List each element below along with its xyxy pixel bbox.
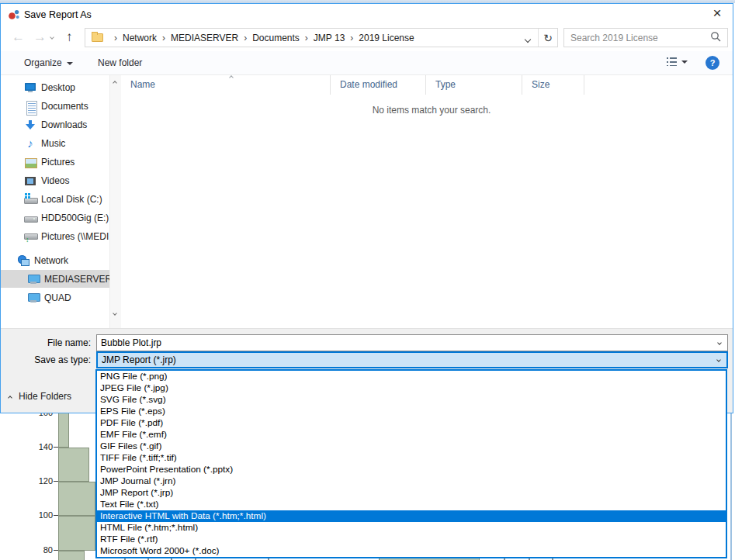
- sidebar-item-downloads[interactable]: Downloads: [1, 116, 109, 133]
- chart-tick-label: 100: [31, 510, 53, 520]
- column-header-date-modified[interactable]: Date modified: [331, 75, 426, 95]
- breadcrumb-separator: ›: [350, 33, 353, 43]
- file-list: Name Date modified Type Size No items ma…: [121, 75, 734, 328]
- sidebar-item-desktop[interactable]: Desktop: [1, 78, 109, 96]
- sidebar-item-label: HDD500Gig (E:): [41, 213, 109, 223]
- dropdown-option-gif[interactable]: GIF Files (*.gif): [97, 441, 726, 452]
- view-options-button[interactable]: [667, 57, 688, 66]
- dropdown-option-rtf[interactable]: RTF File (*.rtf): [97, 534, 726, 545]
- hard-drive-icon: [24, 212, 36, 224]
- background-chart-region: 160 140 120 100 80: [0, 413, 95, 560]
- sidebar-item-music[interactable]: ♪ Music: [1, 134, 109, 152]
- sidebar-item-hdd500gig-e[interactable]: HDD500Gig (E:): [1, 209, 109, 226]
- sidebar-item-pictures-network[interactable]: Pictures (\\MEDI: [1, 227, 109, 245]
- close-button[interactable]: ×: [705, 4, 730, 24]
- dropdown-option-html[interactable]: HTML File (*.htm;*.html): [97, 522, 726, 534]
- dropdown-option-tiff[interactable]: TIFF File (*.tiff;*.tif): [97, 452, 726, 464]
- view-chevron-icon: [681, 60, 688, 64]
- jmp-logo-icon: [8, 9, 20, 24]
- sidebar-item-label: Music: [41, 138, 65, 149]
- dropdown-option-jmp-report[interactable]: JMP Report (*.jrp): [97, 487, 726, 499]
- sidebar-item-videos[interactable]: Videos: [1, 171, 109, 189]
- dropdown-option-powerpoint[interactable]: PowerPoint Presentation (*.pptx): [97, 464, 726, 475]
- command-bar: Organize New folder ?: [1, 51, 733, 75]
- breadcrumb-mediaserver[interactable]: MEDIASERVER: [171, 33, 238, 43]
- dropdown-option-pdf[interactable]: PDF File (*.pdf): [97, 417, 726, 429]
- sidebar-item-mediaserver[interactable]: MEDIASERVER: [1, 270, 109, 288]
- background-window-right-sliver: [727, 413, 735, 560]
- up-button[interactable]: ↑: [66, 28, 73, 47]
- forward-button[interactable]: →: [33, 28, 47, 47]
- sidebar-item-label: Pictures (\\MEDI: [41, 231, 109, 242]
- file-name-label: File name:: [1, 334, 91, 351]
- dropdown-option-text[interactable]: Text File (*.txt): [97, 499, 726, 510]
- dropdown-option-emf[interactable]: EMF File (*.emf): [97, 429, 726, 441]
- dropdown-option-word[interactable]: Microsoft Word 2000+ (*.doc): [97, 545, 726, 557]
- file-name-combobox[interactable]: [96, 334, 728, 351]
- chevron-down-icon[interactable]: [717, 340, 722, 345]
- sidebar-item-quad[interactable]: QUAD: [1, 289, 109, 306]
- back-button[interactable]: ←: [12, 28, 25, 47]
- breadcrumb-2019-license[interactable]: 2019 License: [359, 33, 414, 43]
- breadcrumb-jmp13[interactable]: JMP 13: [314, 33, 345, 43]
- computer-icon: [27, 292, 40, 304]
- dropdown-option-jpeg[interactable]: JPEG File (*.jpg): [97, 382, 726, 394]
- scroll-down-icon[interactable]: [113, 311, 117, 316]
- sidebar-item-pictures[interactable]: Pictures: [1, 153, 109, 171]
- chevron-down-icon[interactable]: [716, 358, 721, 362]
- breadcrumb-network[interactable]: Network: [123, 33, 157, 43]
- dropdown-option-jmp-journal[interactable]: JMP Journal (*.jrn): [97, 475, 726, 487]
- sidebar-item-label: Pictures: [41, 157, 75, 168]
- histogram-bar: [58, 482, 95, 516]
- music-icon: ♪: [24, 137, 36, 150]
- documents-icon: [24, 100, 36, 112]
- search-input[interactable]: [564, 33, 710, 43]
- dropdown-option-interactive-html[interactable]: Interactive HTML with Data (*.htm;*.html…: [97, 510, 726, 522]
- videos-icon: [24, 175, 36, 187]
- sidebar-scrollbar[interactable]: [109, 75, 121, 328]
- hide-folders-button[interactable]: Hide Folders: [9, 391, 71, 402]
- save-as-type-label: Save as type:: [1, 351, 91, 368]
- histogram-bar: [58, 448, 89, 482]
- breadcrumb-separator: ›: [305, 33, 308, 43]
- title-bar[interactable]: Save Report As ×: [1, 4, 733, 25]
- hide-folders-label: Hide Folders: [19, 391, 71, 402]
- background-window-border: [730, 413, 732, 560]
- help-button[interactable]: ?: [706, 56, 719, 70]
- save-report-as-dialog: Save Report As × ← → ↑ › Network › MEDIA…: [0, 3, 733, 413]
- dropdown-option-svg[interactable]: SVG File (*.svg): [97, 394, 726, 406]
- sidebar-item-label: MEDIASERVER: [44, 274, 109, 285]
- address-bar[interactable]: › Network › MEDIASERVER › Documents › JM…: [85, 28, 558, 47]
- screen: 160 140 120 100 80: [0, 0, 735, 560]
- column-header-size[interactable]: Size: [522, 75, 584, 95]
- details-view-icon: [667, 57, 677, 66]
- scroll-up-icon[interactable]: [113, 81, 117, 85]
- search-box[interactable]: [563, 28, 728, 47]
- address-dropdown-chevron-icon[interactable]: [518, 31, 538, 45]
- navigation-bar: ← → ↑ › Network › MEDIASERVER › Document…: [1, 25, 733, 51]
- search-icon[interactable]: [710, 31, 721, 45]
- column-header-type[interactable]: Type: [426, 75, 522, 95]
- save-as-type-combobox[interactable]: JMP Report (*.jrp): [96, 351, 728, 368]
- sidebar-item-label: Local Disk (C:): [41, 194, 102, 205]
- refresh-icon[interactable]: ↻: [539, 32, 557, 44]
- sidebar-item-documents[interactable]: Documents: [1, 97, 109, 115]
- dropdown-option-png[interactable]: PNG File (*.png): [97, 371, 726, 382]
- dropdown-option-eps[interactable]: EPS File (*.eps): [97, 406, 726, 417]
- file-name-input[interactable]: [101, 335, 702, 351]
- recent-locations-chevron-icon[interactable]: [50, 35, 54, 40]
- network-icon: [17, 254, 29, 267]
- column-header-name[interactable]: Name: [121, 75, 331, 95]
- save-as-type-value: JMP Report (*.jrp): [102, 354, 176, 365]
- sidebar-item-network[interactable]: Network: [1, 251, 109, 269]
- organize-chevron-icon: [67, 62, 73, 65]
- sidebar-item-local-disk-c[interactable]: Local Disk (C:): [1, 190, 109, 208]
- sidebar-item-label: Documents: [41, 101, 88, 112]
- sidebar-item-label: Downloads: [41, 119, 87, 130]
- organize-button[interactable]: Organize: [24, 57, 73, 68]
- breadcrumb-documents[interactable]: Documents: [252, 33, 300, 43]
- new-folder-button[interactable]: New folder: [98, 57, 142, 68]
- chart-tick-label: 80: [31, 545, 53, 555]
- computer-icon: [27, 273, 40, 285]
- navigation-pane: Desktop Documents Downloads ♪ Music Pict…: [1, 75, 109, 328]
